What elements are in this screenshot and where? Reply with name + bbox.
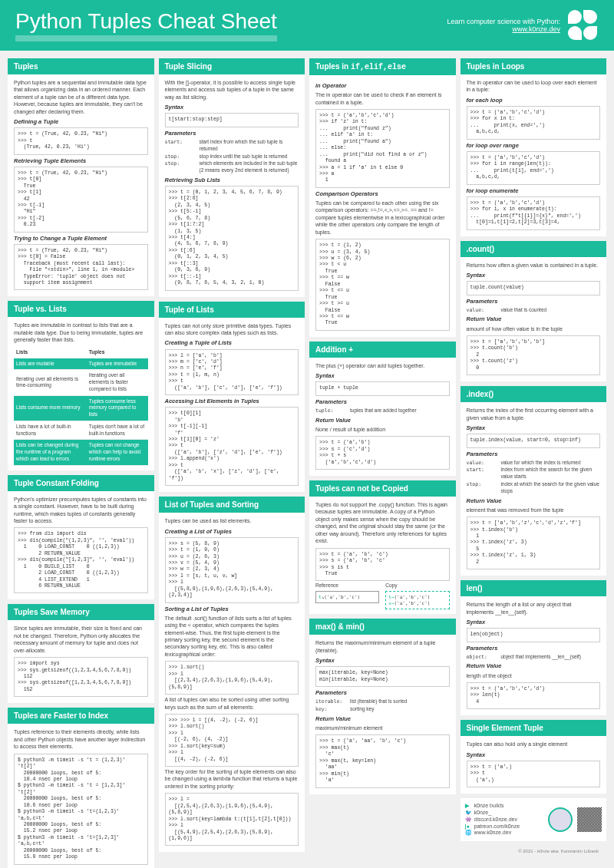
youtube-icon: ▶ [465,803,474,809]
code-block: >>> t = ['a','b','b','b'] >>> t.count('b… [467,335,601,375]
comparison-table: ListsTuples Lists are mutableTuples are … [14,347,148,466]
card-constant-folding: Tuple Constant Folding Python's optimize… [8,475,154,600]
card-list-of-tuples: List of Tuples and Sorting Tuples can be… [159,497,305,852]
code-block: >>> t = ('a','b','c','d') >>> for i in r… [467,151,601,185]
subtitle: Return Value [315,417,450,424]
card-if-elif-else: Tuples in if,elif,else in Operator The i… [309,58,456,337]
subtitle: Sorting a List of Tuples [165,606,299,613]
card-faster-index: Tuples are Faster to Index Tuples refere… [8,708,154,868]
card-heading: Tuples Save Memory [8,604,154,620]
desc: Returns the length of a list or any obje… [467,601,601,616]
desc: The plus (+) operator can add tuples tog… [315,362,450,369]
desc: Returns how often a given value is conta… [467,262,601,269]
code-block: >>> t = ('a','b','c','d') >>> if 'z' in … [315,109,450,188]
desc: The in operator can be used to check if … [315,91,450,106]
subtitle: Return Value [315,715,450,723]
code-block: >>> >>> l = [(4, -2), (-2, 6)] >>> l.sor… [165,714,299,767]
desc: amount of how often value is in the tupl… [467,325,601,332]
desc: Tuples can not only store primitive data… [165,322,299,337]
subtitle: Return Value [467,662,601,670]
code-block: >>> t = ('a','b','c','d') >>> len(t) 4 [467,682,601,709]
card-heading: Tuples are Faster to Index [8,708,154,724]
copyright: © 2021 - k0nze aka. Konstantin Lübeck [460,849,607,853]
subtitle: Syntax [467,751,601,759]
card-heading: Tuple Slicing [159,58,305,74]
code-block: >>> t = ('a', 'b', 'c') >>> s = ('a', 'b… [315,548,450,582]
patreon-icon: |● [465,823,474,829]
twitter-icon: 🐦 [465,810,474,816]
python-logo-icon [568,10,599,41]
subtitle: in Operator [315,82,450,90]
desc: Tuples can be used as list elements. [165,517,299,524]
column-2: Tuple Slicing With the []-operator, it i… [159,58,305,868]
subtitle: Return Value [467,497,601,505]
card-len: len() Returns the length of a list or an… [460,580,607,715]
card-heading: Addition + [309,342,456,358]
desc: Tuples can also hold only a single eleme… [467,741,601,748]
desc: Returns the maximum/minimum element of a… [315,639,450,654]
desc: The key order for the sorting of tuple e… [165,768,299,790]
column-4: Tuples in Loops The in operator can be u… [460,58,607,868]
card-heading: .count() [460,241,607,257]
desc: None / result of tuple addition [315,426,450,433]
column-3: Tuples in if,elif,else in Operator The i… [309,58,456,868]
subtitle: Comparison Operators [315,190,450,198]
code-block: >>> l = [(2,5,4),(2,6,3),(1,9,6),(5,4,9)… [165,793,299,846]
subtitle: Syntax [467,424,601,432]
code-block: >>> t = ['a','b','z','c','d','z','f'] >>… [467,517,601,569]
subtitle: Parameters [315,689,450,697]
card-heading: List of Tuples and Sorting [159,497,305,513]
card-addition: Addition + The plus (+) operator can add… [309,342,456,476]
card-count: .count() Returns how often a given value… [460,241,607,382]
desc: length of the object [467,672,601,679]
desc: With the []-operator, it is possible to … [165,79,299,101]
subtitle: Retrieving Tuple Elements [14,157,148,165]
subtitle: Parameters [315,398,450,406]
code-block: >>> l.sort() >>> l [(2,3,4),(2,6,3),(1,9… [165,661,299,695]
desc: element that was removed from the tuple [467,507,601,513]
card-heading: Tuple Constant Folding [8,475,154,491]
page-title: Python Tuples Cheat Sheet [15,9,277,41]
card-max-min: max() & min() Returns the maximum/minimu… [309,619,456,794]
subtitle: Syntax [315,657,450,665]
subtitle: Parameters [467,645,601,652]
card-single-element: Single Element Tuple Tuples can also hol… [460,720,607,794]
card-tuple-of-lists: Tuple of Lists Tuples can not only store… [159,302,305,493]
params: start:start index from which the sub tup… [165,139,299,174]
subtitle: Return Value [467,315,601,323]
subtitle: Parameters [467,298,601,305]
subtitle: for loop over range [467,142,601,150]
desc: maximum/minimum element [315,724,450,731]
subtitle: Trying to Change a Tuple Element [14,235,148,243]
subtitle: Creating a List of Tuples [165,528,299,536]
code-block: >>> t = (0, 1, 2, 3, 4, 5, 6, 7, 8, 9) >… [165,186,299,291]
desc: Python tuples are a sequential and immut… [14,79,148,115]
subtitle: Syntax [467,619,601,626]
code-block: >>> t = ('a', 'aa', 'b', 'c') >>> max(t)… [315,734,450,787]
subtitle: Parameters [165,130,299,137]
site-link[interactable]: www.k0nze.dev [512,25,560,33]
card-heading: Tuples in if,elif,else [309,58,456,75]
desc: The in operator can be used to loop over… [467,79,601,94]
code-block: >>> import sys >>> sys.getsizeof((1,2,3,… [14,657,148,697]
subtitle: for loop enumerate [467,187,601,195]
code-block: >>> t = ('a','b') >>> s = ('c','d') >>> … [315,436,450,470]
subtitle: Syntax [165,104,299,111]
code-block: >>> l = ['a', 'b'] >>> m = ['c', 'd'] >>… [165,349,299,396]
card-save-memory: Tuples Save Memory Since tuples are immu… [8,604,154,703]
desc: A list of tuples can also be sorted usin… [165,696,299,711]
content: Tuples Python tuples are a sequential an… [0,51,614,868]
desc: Tuples can be compared to each other usi… [315,200,450,236]
subtitle: Parameters [467,451,601,458]
subtitle: Creating a Tuple of Lists [165,339,299,347]
code-block: tuple.count(value) [467,281,601,295]
card-heading: len() [460,580,607,596]
code-block: len(object) [467,628,601,642]
card-heading: Tuples in Loops [460,58,607,74]
code-block: >>> t = (1, 2) >>> u = (3, 4, 5) >>> w =… [315,239,450,331]
card-tuples-loops: Tuples in Loops The in operator can be u… [460,58,607,236]
subtitle: Syntax [467,272,601,279]
code-block: >>> t = (True, 42, 0.23, "Hi") >>> t[0] … [14,244,148,291]
card-heading: Tuples can not be Copied [309,480,456,497]
code-block: >>> t = (True, 42, 0.23, "Hi") >>> t (Tr… [14,127,148,154]
